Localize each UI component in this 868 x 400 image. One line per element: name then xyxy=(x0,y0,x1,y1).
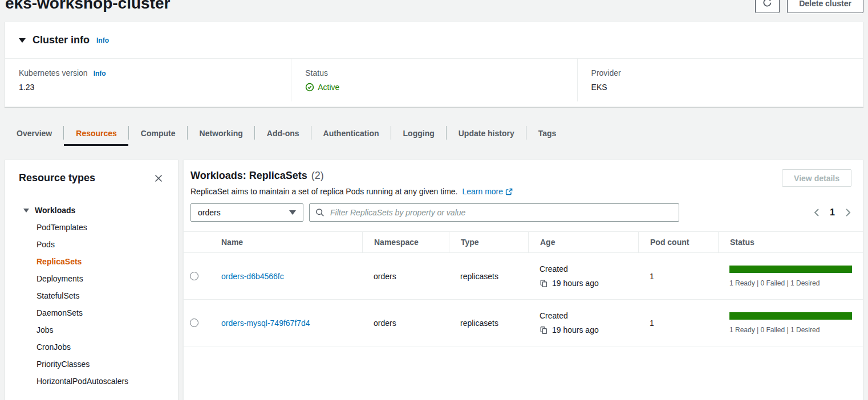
chevron-down-icon xyxy=(23,209,29,213)
cluster-info-info-link[interactable]: Info xyxy=(96,36,109,44)
cell-pod-count: 1 xyxy=(638,300,718,346)
search-icon xyxy=(315,208,325,217)
table-row: orders-mysql-749f67f7d4 orders replicase… xyxy=(184,300,863,346)
provider-field: Provider EKS xyxy=(577,59,863,101)
age-value: 19 hours ago xyxy=(552,279,599,288)
cell-status: 1 Ready | 0 Failed | 1 Desired xyxy=(718,253,863,299)
status-summary-text: 1 Ready | 0 Failed | 1 Desired xyxy=(729,326,852,334)
sidebar-item-jobs[interactable]: Jobs xyxy=(36,321,164,338)
sidebar-item-pods[interactable]: Pods xyxy=(36,236,164,253)
resource-types-tree: Workloads PodTemplates Pods ReplicaSets … xyxy=(19,202,164,400)
learn-more-link[interactable]: Learn more xyxy=(462,187,512,196)
provider-label: Provider xyxy=(591,68,621,77)
tab-add-ons[interactable]: Add-ons xyxy=(255,120,311,146)
replicasets-description: ReplicaSet aims to maintain a set of rep… xyxy=(190,187,457,196)
kubernetes-version-info-link[interactable]: Info xyxy=(94,70,106,77)
refresh-icon xyxy=(762,0,772,9)
refresh-button[interactable] xyxy=(755,0,780,13)
cell-type: replicasets xyxy=(449,253,528,299)
tree-group-cluster[interactable]: Cluster xyxy=(19,398,164,400)
row-radio-button[interactable] xyxy=(190,272,198,280)
sidebar-item-priorityclasses[interactable]: PriorityClasses xyxy=(36,356,164,373)
cell-status: 1 Ready | 0 Failed | 1 Desired xyxy=(718,300,863,346)
column-header-pod-count[interactable]: Pod count xyxy=(638,232,718,252)
replicaset-name-link[interactable]: orders-d6b4566fc xyxy=(221,272,284,281)
provider-value: EKS xyxy=(591,83,849,92)
sidebar-item-horizontalpodautoscalers[interactable]: HorizontalPodAutoscalers xyxy=(36,373,164,390)
status-progress-bar xyxy=(729,266,852,273)
tab-overview[interactable]: Overview xyxy=(5,120,64,146)
sidebar-item-podtemplates[interactable]: PodTemplates xyxy=(36,219,164,236)
tree-group-workloads[interactable]: Workloads xyxy=(19,202,164,219)
namespace-filter-value: orders xyxy=(198,208,221,217)
status-check-icon xyxy=(305,83,314,92)
status-progress-bar xyxy=(729,312,852,320)
kubernetes-version-field: Kubernetes version Info 1.23 xyxy=(5,59,291,101)
sidebar-item-statefulsets[interactable]: StatefulSets xyxy=(36,287,164,304)
cell-namespace: orders xyxy=(362,253,449,299)
chevron-left-icon xyxy=(813,210,821,219)
header-actions: Delete cluster xyxy=(755,0,863,13)
tab-tags[interactable]: Tags xyxy=(526,120,569,146)
cell-type: replicasets xyxy=(449,300,528,346)
dropdown-caret-icon xyxy=(289,210,296,215)
kubernetes-version-value: 1.23 xyxy=(19,83,277,92)
tab-compute[interactable]: Compute xyxy=(129,120,188,146)
search-input[interactable] xyxy=(329,207,673,218)
cluster-info-panel: Cluster info Info Kubernetes version Inf… xyxy=(5,22,863,107)
eks-cluster-page: eks-workshop-cluster Delete cluster Clus… xyxy=(0,0,868,400)
resources-content: Resource types Workloads PodTemplates Po… xyxy=(5,160,863,400)
column-header-name[interactable]: Name xyxy=(210,232,362,252)
cluster-info-header[interactable]: Cluster info Info xyxy=(5,22,863,59)
resource-types-sidebar: Resource types Workloads PodTemplates Po… xyxy=(5,160,179,400)
sidebar-item-deployments[interactable]: Deployments xyxy=(36,270,164,287)
collapse-caret-icon[interactable] xyxy=(19,38,26,43)
select-all-column-header xyxy=(184,232,210,252)
view-details-button[interactable]: View details xyxy=(782,169,851,187)
copy-icon[interactable] xyxy=(540,326,548,334)
row-radio-button[interactable] xyxy=(190,319,198,327)
copy-icon[interactable] xyxy=(540,279,548,288)
resource-types-title: Resource types xyxy=(19,172,95,184)
cell-age: Created 19 hours ago xyxy=(528,300,638,346)
delete-cluster-button[interactable]: Delete cluster xyxy=(787,0,863,13)
close-icon xyxy=(154,176,163,185)
current-page-number[interactable]: 1 xyxy=(830,207,835,218)
tab-update-history[interactable]: Update history xyxy=(447,120,526,146)
status-summary-text: 1 Ready | 0 Failed | 1 Desired xyxy=(729,279,852,287)
cell-pod-count: 1 xyxy=(638,253,718,299)
column-header-age[interactable]: Age xyxy=(528,232,638,252)
cell-age: Created 19 hours ago xyxy=(528,253,638,299)
close-sidebar-button[interactable] xyxy=(153,173,164,184)
chevron-right-icon xyxy=(844,210,852,219)
sidebar-item-cronjobs[interactable]: CronJobs xyxy=(36,338,164,356)
tab-resources[interactable]: Resources xyxy=(64,120,129,146)
cluster-tabs: Overview Resources Compute Networking Ad… xyxy=(5,120,568,146)
cell-namespace: orders xyxy=(362,300,449,346)
column-header-namespace[interactable]: Namespace xyxy=(362,232,449,252)
replicasets-table: Name Namespace Type Age Pod count Status… xyxy=(184,231,863,346)
tab-networking[interactable]: Networking xyxy=(188,120,255,146)
cluster-info-body: Kubernetes version Info 1.23 Status Acti… xyxy=(5,59,863,101)
tab-logging[interactable]: Logging xyxy=(391,120,447,146)
replicaset-name-link[interactable]: orders-mysql-749f67f7d4 xyxy=(221,319,310,328)
next-page-button[interactable] xyxy=(844,208,852,217)
previous-page-button[interactable] xyxy=(813,208,821,217)
table-header-row: Name Namespace Type Age Pod count Status xyxy=(184,231,863,253)
replicasets-search-box xyxy=(309,203,679,222)
age-created-label: Created xyxy=(540,264,599,274)
namespace-filter-dropdown[interactable]: orders xyxy=(190,203,303,222)
external-link-icon xyxy=(505,188,513,195)
tree-group-label: Workloads xyxy=(35,206,75,215)
replicasets-count: (2) xyxy=(311,170,324,182)
status-field: Status Active xyxy=(291,59,577,101)
column-header-type[interactable]: Type xyxy=(449,232,528,252)
tab-authentication[interactable]: Authentication xyxy=(311,120,391,146)
sidebar-item-daemonsets[interactable]: DaemonSets xyxy=(36,304,164,321)
column-header-status[interactable]: Status xyxy=(718,232,863,252)
cluster-info-title: Cluster info xyxy=(33,34,90,46)
kubernetes-version-label: Kubernetes version xyxy=(19,68,88,77)
sidebar-item-replicasets[interactable]: ReplicaSets xyxy=(36,253,164,270)
replicasets-panel: Workloads: ReplicaSets (2) ReplicaSet ai… xyxy=(183,160,863,400)
age-value: 19 hours ago xyxy=(552,325,599,334)
